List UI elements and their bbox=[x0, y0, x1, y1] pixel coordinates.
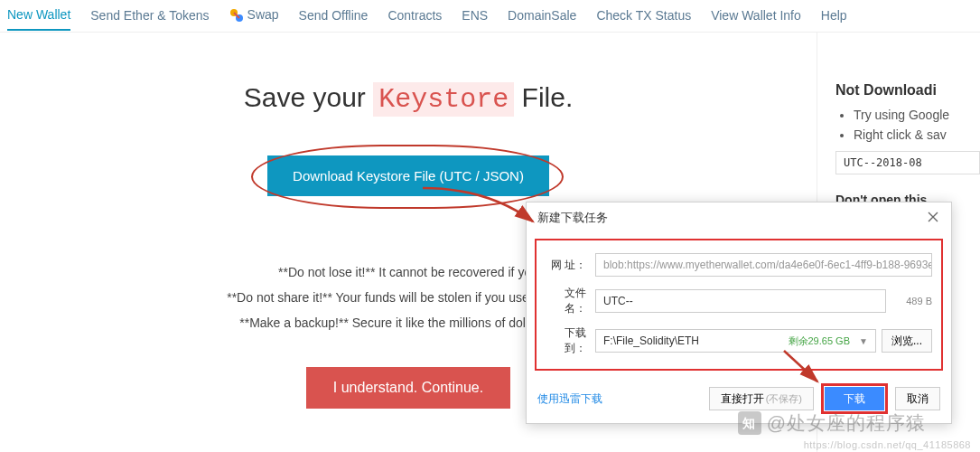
sidebar-tip-chrome: Try using Google bbox=[854, 108, 980, 122]
dialog-open-label: 直接打开 bbox=[721, 391, 764, 407]
xunlei-download-link[interactable]: 使用迅雷下载 bbox=[537, 391, 602, 407]
nav-swap-label: Swap bbox=[247, 7, 279, 22]
nav-new-wallet[interactable]: New Wallet bbox=[7, 7, 70, 31]
dialog-open-suffix: (不保存) bbox=[766, 392, 802, 406]
chevron-down-icon: ▼ bbox=[859, 336, 868, 346]
nav-ens[interactable]: ENS bbox=[462, 8, 488, 30]
dialog-close-button[interactable] bbox=[926, 210, 940, 226]
footer-source-url: https://blog.csdn.net/qq_41185868 bbox=[804, 439, 971, 450]
watermark: 知 @处女座的程序猿 bbox=[738, 410, 926, 436]
page-heading: Save your Keystore File. bbox=[0, 82, 817, 115]
heading-post: File. bbox=[514, 82, 573, 112]
dialog-url-label: 网 址： bbox=[546, 258, 595, 273]
nav-contracts[interactable]: Contracts bbox=[387, 8, 442, 30]
download-keystore-button[interactable]: Download Keystore File (UTC / JSON) bbox=[267, 155, 549, 196]
dialog-download-button[interactable]: 下载 bbox=[825, 387, 884, 410]
dialog-body: 网 址： blob:https://www.myetherwallet.com/… bbox=[535, 239, 943, 371]
dialog-space-remaining: 剩余29.65 GB bbox=[789, 334, 850, 348]
dialog-browse-button[interactable]: 浏览... bbox=[882, 329, 932, 353]
sidebar-filename-box: UTC--2018-08 bbox=[835, 151, 980, 174]
dialog-path-value: F:\File_Solidity\ETH bbox=[603, 334, 699, 347]
dialog-filename-input[interactable]: UTC-- bbox=[595, 289, 886, 313]
nav-domainsale[interactable]: DomainSale bbox=[508, 8, 576, 30]
top-nav: New Wallet Send Ether & Tokens Swap Send… bbox=[0, 0, 980, 33]
nav-check-tx[interactable]: Check TX Status bbox=[596, 8, 691, 30]
heading-pre: Save your bbox=[244, 82, 373, 112]
nav-send-offline[interactable]: Send Offline bbox=[299, 8, 369, 30]
dialog-url-input[interactable]: blob:https://www.myetherwallet.com/da4e6… bbox=[595, 253, 932, 277]
nav-view-wallet[interactable]: View Wallet Info bbox=[711, 8, 801, 30]
dialog-title-text: 新建下载任务 bbox=[537, 210, 608, 226]
nav-send-ether[interactable]: Send Ether & Tokens bbox=[90, 8, 209, 30]
dialog-titlebar: 新建下载任务 bbox=[527, 202, 951, 233]
close-icon bbox=[928, 212, 938, 222]
nav-help[interactable]: Help bbox=[821, 8, 847, 30]
sidebar-tip-rightclick: Right click & sav bbox=[854, 127, 980, 142]
dialog-cancel-button[interactable]: 取消 bbox=[895, 387, 940, 410]
heading-keyword: Keystore bbox=[373, 82, 514, 117]
dialog-path-dropdown[interactable]: F:\File_Solidity\ETH 剩余29.65 GB ▼ bbox=[595, 329, 876, 353]
continue-button[interactable]: I understand. Continue. bbox=[306, 367, 510, 409]
download-dialog: 新建下载任务 网 址： blob:https://www.myetherwall… bbox=[526, 202, 952, 424]
sidebar-heading-not-downloading: Not Downloadi bbox=[835, 82, 980, 99]
swap-icon bbox=[229, 8, 244, 23]
dialog-path-label: 下载到： bbox=[546, 325, 595, 356]
zhihu-icon: 知 bbox=[738, 411, 761, 435]
watermark-text: @处女座的程序猿 bbox=[767, 410, 926, 436]
dialog-filename-label: 文件名： bbox=[546, 286, 595, 316]
dialog-open-button[interactable]: 直接打开(不保存) bbox=[709, 387, 814, 410]
dialog-filesize: 489 B bbox=[891, 296, 932, 306]
nav-swap[interactable]: Swap bbox=[229, 7, 279, 30]
